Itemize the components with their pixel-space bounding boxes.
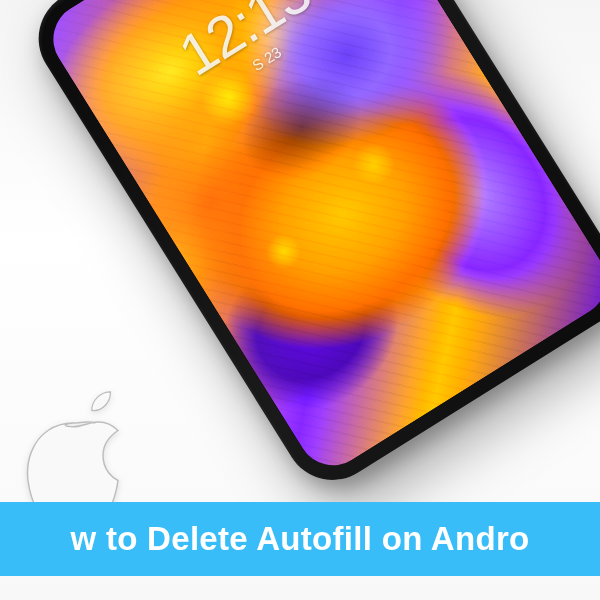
article-title: w to Delete Autofill on Andro (0, 520, 600, 558)
article-thumbnail: 12:13 S 23 w to Delete Autofill on Andro (0, 0, 600, 600)
title-banner: w to Delete Autofill on Andro (0, 502, 600, 576)
